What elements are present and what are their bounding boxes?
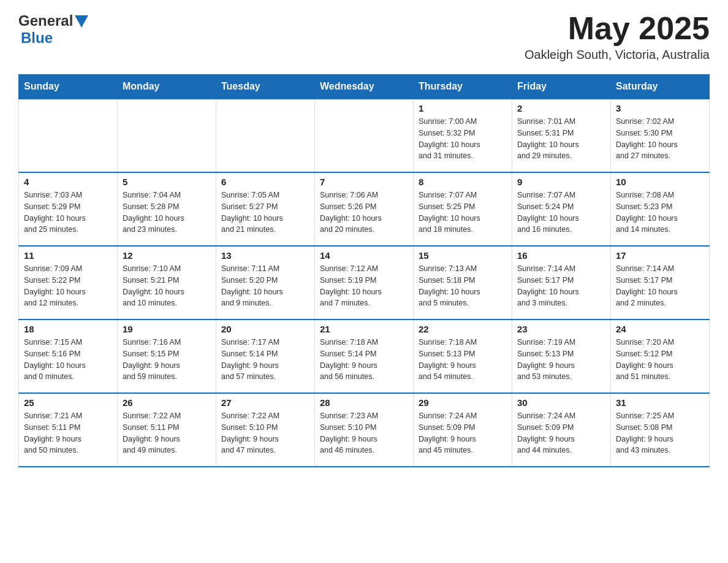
weekday-header-row: SundayMondayTuesdayWednesdayThursdayFrid…	[19, 75, 710, 99]
day-number: 18	[24, 324, 112, 334]
calendar-cell: 3Sunrise: 7:02 AM Sunset: 5:30 PM Daylig…	[611, 99, 710, 172]
day-info: Sunrise: 7:08 AM Sunset: 5:23 PM Dayligh…	[616, 190, 704, 236]
week-row-3: 11Sunrise: 7:09 AM Sunset: 5:22 PM Dayli…	[19, 246, 710, 320]
calendar-cell: 8Sunrise: 7:07 AM Sunset: 5:25 PM Daylig…	[414, 172, 512, 246]
day-number: 1	[419, 103, 507, 113]
logo-general-text: General	[18, 12, 73, 29]
day-info: Sunrise: 7:02 AM Sunset: 5:30 PM Dayligh…	[616, 116, 704, 162]
calendar-cell: 2Sunrise: 7:01 AM Sunset: 5:31 PM Daylig…	[512, 99, 611, 172]
day-number: 17	[616, 250, 704, 261]
day-info: Sunrise: 7:22 AM Sunset: 5:11 PM Dayligh…	[123, 410, 211, 456]
calendar-cell: 5Sunrise: 7:04 AM Sunset: 5:28 PM Daylig…	[118, 172, 216, 246]
day-info: Sunrise: 7:14 AM Sunset: 5:17 PM Dayligh…	[517, 263, 605, 309]
day-number: 10	[616, 177, 704, 187]
calendar-cell: 31Sunrise: 7:25 AM Sunset: 5:08 PM Dayli…	[611, 393, 710, 467]
calendar-cell: 15Sunrise: 7:13 AM Sunset: 5:18 PM Dayli…	[414, 246, 512, 320]
weekday-header-friday: Friday	[512, 75, 611, 99]
calendar-cell: 9Sunrise: 7:07 AM Sunset: 5:24 PM Daylig…	[512, 172, 611, 246]
logo-blue-text: Blue	[21, 29, 53, 46]
day-info: Sunrise: 7:09 AM Sunset: 5:22 PM Dayligh…	[24, 263, 112, 309]
day-info: Sunrise: 7:18 AM Sunset: 5:14 PM Dayligh…	[320, 337, 408, 383]
weekday-header-saturday: Saturday	[611, 75, 710, 99]
day-info: Sunrise: 7:07 AM Sunset: 5:24 PM Dayligh…	[517, 190, 605, 236]
day-number: 30	[517, 397, 605, 408]
calendar-cell: 11Sunrise: 7:09 AM Sunset: 5:22 PM Dayli…	[19, 246, 118, 320]
calendar-cell	[19, 99, 118, 172]
day-info: Sunrise: 7:13 AM Sunset: 5:18 PM Dayligh…	[419, 263, 507, 309]
day-info: Sunrise: 7:24 AM Sunset: 5:09 PM Dayligh…	[517, 410, 605, 456]
calendar-cell: 27Sunrise: 7:22 AM Sunset: 5:10 PM Dayli…	[216, 393, 315, 467]
week-row-1: 1Sunrise: 7:00 AM Sunset: 5:32 PM Daylig…	[19, 99, 710, 172]
calendar-cell	[216, 99, 315, 172]
day-number: 14	[320, 250, 408, 261]
day-info: Sunrise: 7:11 AM Sunset: 5:20 PM Dayligh…	[221, 263, 309, 309]
location-text: Oakleigh South, Victoria, Australia	[525, 48, 710, 62]
day-info: Sunrise: 7:24 AM Sunset: 5:09 PM Dayligh…	[419, 410, 507, 456]
calendar-body: 1Sunrise: 7:00 AM Sunset: 5:32 PM Daylig…	[19, 99, 710, 467]
calendar-cell: 26Sunrise: 7:22 AM Sunset: 5:11 PM Dayli…	[118, 393, 216, 467]
calendar-table: SundayMondayTuesdayWednesdayThursdayFrid…	[18, 74, 710, 467]
day-info: Sunrise: 7:25 AM Sunset: 5:08 PM Dayligh…	[616, 410, 704, 456]
day-number: 13	[221, 250, 309, 261]
day-info: Sunrise: 7:05 AM Sunset: 5:27 PM Dayligh…	[221, 190, 309, 236]
weekday-header-wednesday: Wednesday	[315, 75, 414, 99]
day-info: Sunrise: 7:04 AM Sunset: 5:28 PM Dayligh…	[123, 190, 211, 236]
day-number: 15	[419, 250, 507, 261]
calendar-cell: 23Sunrise: 7:19 AM Sunset: 5:13 PM Dayli…	[512, 320, 611, 393]
svg-marker-0	[75, 15, 88, 28]
day-number: 21	[320, 324, 408, 334]
day-number: 7	[320, 177, 408, 187]
weekday-header-sunday: Sunday	[19, 75, 118, 99]
calendar-cell: 1Sunrise: 7:00 AM Sunset: 5:32 PM Daylig…	[414, 99, 512, 172]
day-number: 4	[24, 177, 112, 187]
day-number: 31	[616, 397, 704, 408]
calendar-cell: 14Sunrise: 7:12 AM Sunset: 5:19 PM Dayli…	[315, 246, 414, 320]
day-number: 29	[419, 397, 507, 408]
day-info: Sunrise: 7:19 AM Sunset: 5:13 PM Dayligh…	[517, 337, 605, 383]
day-info: Sunrise: 7:20 AM Sunset: 5:12 PM Dayligh…	[616, 337, 704, 383]
calendar-cell: 7Sunrise: 7:06 AM Sunset: 5:26 PM Daylig…	[315, 172, 414, 246]
day-number: 16	[517, 250, 605, 261]
day-info: Sunrise: 7:22 AM Sunset: 5:10 PM Dayligh…	[221, 410, 309, 456]
day-number: 24	[616, 324, 704, 334]
weekday-header-monday: Monday	[118, 75, 216, 99]
day-number: 9	[517, 177, 605, 187]
calendar-cell: 28Sunrise: 7:23 AM Sunset: 5:10 PM Dayli…	[315, 393, 414, 467]
week-row-2: 4Sunrise: 7:03 AM Sunset: 5:29 PM Daylig…	[19, 172, 710, 246]
day-number: 5	[123, 177, 211, 187]
day-info: Sunrise: 7:23 AM Sunset: 5:10 PM Dayligh…	[320, 410, 408, 456]
week-row-4: 18Sunrise: 7:15 AM Sunset: 5:16 PM Dayli…	[19, 320, 710, 393]
day-number: 6	[221, 177, 309, 187]
calendar-cell: 30Sunrise: 7:24 AM Sunset: 5:09 PM Dayli…	[512, 393, 611, 467]
page-header: General Blue May 2025 Oakleigh South, Vi…	[18, 12, 710, 62]
calendar-cell: 10Sunrise: 7:08 AM Sunset: 5:23 PM Dayli…	[611, 172, 710, 246]
day-number: 12	[123, 250, 211, 261]
day-number: 27	[221, 397, 309, 408]
day-info: Sunrise: 7:16 AM Sunset: 5:15 PM Dayligh…	[123, 337, 211, 383]
day-info: Sunrise: 7:10 AM Sunset: 5:21 PM Dayligh…	[123, 263, 211, 309]
calendar-cell: 18Sunrise: 7:15 AM Sunset: 5:16 PM Dayli…	[19, 320, 118, 393]
day-number: 19	[123, 324, 211, 334]
calendar-cell: 6Sunrise: 7:05 AM Sunset: 5:27 PM Daylig…	[216, 172, 315, 246]
day-number: 3	[616, 103, 704, 113]
day-number: 22	[419, 324, 507, 334]
day-number: 25	[24, 397, 112, 408]
day-info: Sunrise: 7:21 AM Sunset: 5:11 PM Dayligh…	[24, 410, 112, 456]
day-info: Sunrise: 7:07 AM Sunset: 5:25 PM Dayligh…	[419, 190, 507, 236]
day-number: 28	[320, 397, 408, 408]
calendar-cell: 25Sunrise: 7:21 AM Sunset: 5:11 PM Dayli…	[19, 393, 118, 467]
calendar-cell: 17Sunrise: 7:14 AM Sunset: 5:17 PM Dayli…	[611, 246, 710, 320]
day-number: 11	[24, 250, 112, 261]
week-row-5: 25Sunrise: 7:21 AM Sunset: 5:11 PM Dayli…	[19, 393, 710, 467]
calendar-cell: 13Sunrise: 7:11 AM Sunset: 5:20 PM Dayli…	[216, 246, 315, 320]
day-info: Sunrise: 7:12 AM Sunset: 5:19 PM Dayligh…	[320, 263, 408, 309]
day-number: 26	[123, 397, 211, 408]
calendar-cell: 12Sunrise: 7:10 AM Sunset: 5:21 PM Dayli…	[118, 246, 216, 320]
day-info: Sunrise: 7:03 AM Sunset: 5:29 PM Dayligh…	[24, 190, 112, 236]
calendar-cell: 22Sunrise: 7:18 AM Sunset: 5:13 PM Dayli…	[414, 320, 512, 393]
day-info: Sunrise: 7:01 AM Sunset: 5:31 PM Dayligh…	[517, 116, 605, 162]
calendar-cell: 21Sunrise: 7:18 AM Sunset: 5:14 PM Dayli…	[315, 320, 414, 393]
day-info: Sunrise: 7:06 AM Sunset: 5:26 PM Dayligh…	[320, 190, 408, 236]
day-info: Sunrise: 7:14 AM Sunset: 5:17 PM Dayligh…	[616, 263, 704, 309]
day-info: Sunrise: 7:00 AM Sunset: 5:32 PM Dayligh…	[419, 116, 507, 162]
